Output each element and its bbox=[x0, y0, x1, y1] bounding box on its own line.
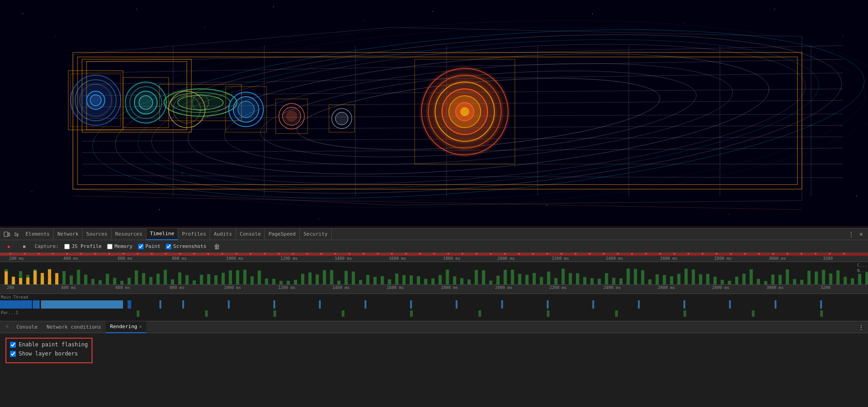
svg-rect-216 bbox=[771, 274, 775, 285]
tab-resources[interactable]: Resources bbox=[112, 228, 147, 240]
tab-sources[interactable]: Sources bbox=[82, 228, 111, 240]
red-tick-48 bbox=[687, 253, 690, 255]
svg-rect-262 bbox=[410, 310, 413, 317]
svg-rect-109 bbox=[8, 233, 10, 236]
svg-rect-187 bbox=[561, 269, 565, 285]
js-profile-label: JS Profile bbox=[72, 243, 102, 249]
bottom-tab-network-conditions[interactable]: Network conditions bbox=[42, 321, 105, 333]
close-devtools-button[interactable]: × bbox=[856, 229, 866, 239]
tab-security[interactable]: Security bbox=[300, 228, 332, 240]
svg-rect-257 bbox=[820, 300, 822, 309]
timeline-detail-ruler[interactable]: 200400 ms600 ms800 ms1000 ms1200 ms1400 … bbox=[0, 285, 868, 294]
tab-profiles[interactable]: Profiles bbox=[178, 228, 210, 240]
svg-rect-220 bbox=[800, 280, 803, 285]
thread-area[interactable]: Main Thread bbox=[0, 294, 868, 321]
red-tick-26 bbox=[376, 253, 379, 255]
svg-point-7 bbox=[432, 11, 433, 11]
more-options-button[interactable]: ⋮ bbox=[846, 229, 856, 239]
show-layer-borders-option[interactable]: Show layer borders bbox=[10, 350, 88, 357]
red-tick-35 bbox=[503, 253, 506, 255]
detail-marker-4: 1000 ms bbox=[224, 285, 241, 290]
svg-rect-200 bbox=[656, 274, 659, 285]
tab-audits[interactable]: Audits bbox=[210, 228, 236, 240]
svg-rect-133 bbox=[171, 279, 174, 285]
svg-point-65 bbox=[125, 82, 166, 123]
screenshots-checkbox[interactable]: Screenshots bbox=[166, 243, 206, 249]
svg-rect-167 bbox=[417, 276, 420, 285]
tab-network[interactable]: Network bbox=[54, 228, 82, 240]
svg-rect-180 bbox=[511, 270, 514, 285]
enable-paint-flashing-option[interactable]: Enable paint flashing bbox=[10, 341, 88, 348]
paint-checkbox[interactable]: Paint bbox=[138, 243, 160, 249]
svg-rect-158 bbox=[352, 272, 355, 285]
timeline-overview[interactable]: 200 ms400 ms600 ms800 ms1000 ms1200 ms14… bbox=[0, 253, 868, 262]
svg-rect-252 bbox=[592, 300, 594, 309]
svg-rect-189 bbox=[576, 273, 579, 285]
red-tick-40 bbox=[574, 253, 577, 255]
devtools-inspect-icon[interactable] bbox=[12, 229, 22, 239]
paint-input[interactable] bbox=[138, 244, 144, 249]
svg-rect-263 bbox=[478, 310, 481, 317]
close-rendering-tab[interactable]: × bbox=[139, 324, 142, 329]
svg-rect-146 bbox=[265, 278, 268, 285]
flame-chart-area[interactable]: C... N... bbox=[0, 262, 868, 285]
svg-rect-204 bbox=[684, 269, 688, 285]
svg-rect-253 bbox=[638, 300, 640, 309]
enable-paint-flashing-checkbox[interactable] bbox=[10, 342, 16, 348]
svg-rect-185 bbox=[547, 272, 550, 285]
svg-rect-173 bbox=[460, 278, 463, 285]
tab-console[interactable]: Console bbox=[236, 228, 265, 240]
bottom-tab-rendering[interactable]: Rendering× bbox=[106, 321, 147, 333]
show-layer-borders-label: Show layer borders bbox=[19, 350, 78, 357]
overview-marker-0: 200 ms bbox=[9, 256, 24, 261]
devtools-device-icon[interactable] bbox=[2, 229, 12, 239]
red-tick-50 bbox=[715, 253, 718, 255]
svg-rect-153 bbox=[316, 274, 319, 285]
svg-rect-151 bbox=[301, 274, 304, 285]
stop-button[interactable]: ■ bbox=[19, 242, 29, 252]
red-tick-34 bbox=[489, 253, 492, 255]
red-tick-1 bbox=[23, 253, 26, 255]
tab-pagespeed[interactable]: PageSpeed bbox=[265, 228, 300, 240]
svg-rect-225 bbox=[837, 270, 840, 285]
svg-rect-177 bbox=[489, 281, 493, 285]
svg-rect-184 bbox=[540, 277, 543, 285]
red-tick-11 bbox=[164, 253, 167, 255]
red-tick-43 bbox=[616, 253, 619, 255]
screenshots-input[interactable] bbox=[166, 244, 171, 249]
show-layer-borders-checkbox[interactable] bbox=[10, 351, 16, 357]
svg-rect-171 bbox=[446, 270, 449, 285]
svg-rect-178 bbox=[497, 276, 500, 285]
svg-rect-244 bbox=[228, 300, 230, 309]
js-profile-input[interactable] bbox=[64, 244, 70, 249]
bottom-panel-more-button[interactable]: ⋮ bbox=[856, 322, 866, 332]
red-tick-3 bbox=[51, 253, 54, 255]
clear-recordings-button[interactable]: 🗑 bbox=[212, 242, 222, 252]
overview-marker-14: 3000 ms bbox=[769, 256, 786, 261]
tab-elements[interactable]: Elements bbox=[22, 228, 54, 240]
memory-checkbox[interactable]: Memory bbox=[107, 243, 133, 249]
svg-point-2 bbox=[54, 36, 55, 36]
red-tick-55 bbox=[786, 253, 789, 255]
overview-marker-15: 3200 bbox=[823, 256, 833, 261]
svg-rect-213 bbox=[750, 269, 753, 285]
js-profile-checkbox[interactable]: JS Profile bbox=[64, 243, 102, 249]
red-tick-58 bbox=[828, 253, 831, 255]
detail-marker-10: 2200 ms bbox=[550, 285, 567, 290]
overview-marker-1: 400 ms bbox=[63, 256, 78, 261]
red-tick-56 bbox=[800, 253, 803, 255]
red-tick-49 bbox=[701, 253, 704, 255]
svg-rect-231 bbox=[12, 277, 15, 285]
memory-input[interactable] bbox=[107, 244, 113, 249]
svg-rect-149 bbox=[287, 281, 290, 285]
overview-marker-7: 1600 ms bbox=[389, 256, 406, 261]
svg-rect-195 bbox=[619, 278, 622, 285]
svg-rect-242 bbox=[159, 300, 161, 309]
svg-point-20 bbox=[182, 173, 182, 173]
detail-marker-14: 3000 ms bbox=[766, 285, 784, 290]
svg-rect-136 bbox=[193, 280, 196, 285]
svg-rect-265 bbox=[615, 310, 618, 317]
record-button[interactable]: ● bbox=[4, 242, 14, 252]
tab-timeline[interactable]: Timeline bbox=[146, 228, 178, 240]
bottom-tab-console[interactable]: Console bbox=[12, 321, 42, 333]
